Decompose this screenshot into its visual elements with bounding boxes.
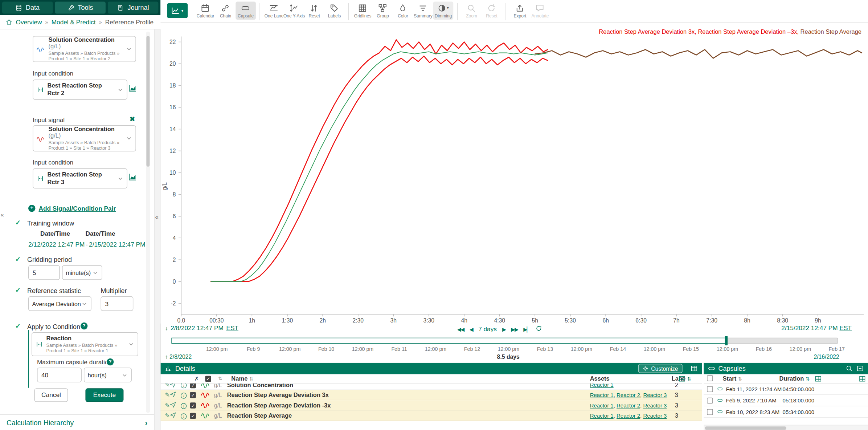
timeline-selected-range[interactable] [171, 338, 726, 344]
toolbar-button[interactable]: Capsule [236, 1, 255, 19]
condition-preview-chart-button[interactable] [128, 173, 137, 183]
select-all-checkbox[interactable] [707, 375, 713, 381]
input-signal-2-select[interactable]: Solution Concentration (g/L) Sample Asse… [33, 125, 136, 151]
clipped-table-row[interactable]: ✎i ✓ g/L Solution Concentration Reactor … [160, 384, 702, 390]
row-checkbox[interactable]: ✓ [190, 413, 196, 419]
asset-link[interactable]: Reactor 1 [590, 384, 614, 388]
timezone-link[interactable]: EST [226, 325, 238, 331]
add-column-icon[interactable] [859, 375, 866, 383]
row-checkbox[interactable]: ✓ [190, 402, 196, 408]
row-checkbox[interactable] [707, 397, 713, 403]
add-column-icon[interactable] [815, 375, 822, 383]
timezone-link[interactable]: EST [839, 325, 852, 331]
remove-all-icon[interactable]: ✗ [194, 376, 205, 381]
customize-button[interactable]: Customize [639, 364, 683, 373]
timeline-track[interactable] [171, 338, 838, 344]
asset-link[interactable]: Reactor 2 [617, 392, 640, 398]
row-checkbox[interactable] [707, 386, 713, 392]
edit-icon[interactable]: ✎ [165, 384, 170, 388]
asset-link[interactable]: Reactor 2 [617, 402, 640, 408]
toolbar-button[interactable]: Reset [304, 1, 324, 19]
info-icon[interactable]: i [181, 384, 187, 388]
info-icon[interactable]: i [181, 403, 187, 409]
add-signal-condition-pair-label[interactable]: Add Signal/Condition Pair [38, 205, 116, 212]
toolbar-button[interactable]: Color [393, 1, 413, 19]
max-duration-unit-select[interactable]: hour(s) [84, 368, 132, 382]
step-forward-icon[interactable]: ▶ [502, 326, 505, 332]
toolbar-button[interactable]: Gridlines [353, 1, 373, 19]
asset-link[interactable]: Reactor 1 [590, 392, 614, 398]
edge-collapse-icon[interactable]: « [0, 211, 4, 218]
step-back-icon[interactable]: ◀ [470, 326, 473, 332]
condition-preview-chart-button[interactable] [128, 84, 137, 95]
row-checkbox[interactable]: ✓ [190, 384, 196, 388]
breadcrumb-overview[interactable]: Overview [16, 19, 42, 25]
calculation-hierarchy-section[interactable]: Calculation Hierarchy › [0, 414, 154, 430]
execute-button[interactable]: Execute [85, 388, 123, 402]
add-signal-condition-pair-link[interactable]: + Add Signal/Condition Pair [28, 205, 116, 212]
input-signal-1-select[interactable]: Solution Concentration (g/L) Sample Asse… [33, 36, 136, 62]
add-column-icon[interactable] [679, 375, 685, 383]
trend-chart[interactable]: -202468101214161820220.000:301h1:302h2:3… [160, 23, 868, 324]
calculation-hierarchy-label[interactable]: Calculation Hierarchy [7, 419, 74, 427]
toolbar-button[interactable]: One Y-Axis [284, 1, 304, 19]
capsule-table-row[interactable]: Feb 9, 2022 7:10 AM 05:18:00.000 [704, 395, 868, 406]
toolbar-button[interactable]: Zoom [462, 1, 482, 19]
info-icon[interactable]: i [181, 413, 187, 419]
toolbar-button[interactable]: Summary [413, 1, 433, 19]
details-table-row[interactable]: ✎i ✓ g/L Reaction Step Average Deviation… [160, 400, 702, 410]
reference-statistic-select[interactable]: Average Deviation [28, 296, 91, 311]
asset-link[interactable]: Reactor 1 [590, 402, 614, 408]
input-condition-1-select[interactable]: Best Reaction Step Rctr 2 [33, 80, 127, 100]
edit-icon[interactable]: ✎ [165, 402, 170, 409]
navigate-icon[interactable] [170, 391, 181, 399]
arrow-down-icon[interactable]: ↓ [165, 325, 168, 331]
arrow-up-icon[interactable]: ↑ [165, 353, 168, 360]
chart-plot[interactable]: -202468101214161820220.000:301h1:302h2:3… [160, 23, 868, 324]
select-all-checkbox[interactable]: ✓ [205, 376, 211, 382]
home-icon[interactable] [5, 19, 12, 25]
navigate-icon[interactable] [170, 401, 181, 409]
toolbar-button[interactable]: One Lane [264, 1, 284, 19]
details-table-row[interactable]: ✎i ✓ g/L Reaction Step Average Deviation… [160, 390, 702, 400]
cancel-button[interactable]: Cancel [34, 388, 68, 402]
capsule-table-row[interactable]: Feb 11, 2022 11:24 AM 04:50:00.000 [704, 384, 868, 395]
max-capsule-duration-input[interactable] [37, 368, 82, 382]
multiplier-input[interactable] [101, 296, 133, 311]
table-icon[interactable] [691, 365, 697, 374]
apply-condition-select[interactable]: Reaction Sample Assets » Batch Products … [32, 332, 138, 356]
sort-icon[interactable]: ⇅ [218, 376, 231, 381]
toolbar-button[interactable]: Export [510, 1, 530, 19]
duration-column-header[interactable]: Duration [779, 375, 804, 382]
edit-icon[interactable]: ✎ [165, 392, 170, 398]
scrollbar-thumb[interactable] [146, 36, 150, 167]
step-back-large-icon[interactable]: ◀◀ [457, 326, 464, 332]
gridding-period-input[interactable] [28, 265, 60, 280]
toolbar-button[interactable]: Calendar [195, 1, 215, 19]
tab-journal[interactable]: Journal [108, 1, 158, 13]
asset-link[interactable]: Reactor 3 [643, 402, 667, 408]
timeline-range-handle[interactable] [725, 336, 728, 345]
search-icon[interactable] [846, 365, 853, 374]
asset-link[interactable]: Reactor 2 [617, 413, 640, 418]
row-checkbox[interactable]: ✓ [190, 392, 196, 398]
panel-collapse-strip[interactable]: « [154, 29, 160, 430]
range-end-link[interactable]: 2/15/2022 12:47 PM [781, 325, 838, 331]
collapse-left-icon[interactable]: « [155, 214, 158, 220]
start-column-header[interactable]: Start [723, 375, 737, 382]
details-table-row[interactable]: ✎i ✓ g/L Reaction Step Average Reactor 1… [160, 411, 702, 421]
panel-scrollbar[interactable] [146, 32, 150, 413]
info-icon[interactable]: i [181, 393, 187, 398]
input-condition-2-select[interactable]: Best Reaction Step Rctr 3 [33, 168, 127, 188]
training-start-link[interactable]: 2/12/2022 12:47 PM [28, 241, 85, 248]
breadcrumb-model-predict[interactable]: Model & Predict [52, 19, 96, 25]
toolbar-button[interactable]: Annotate [530, 1, 550, 19]
gridding-unit-select[interactable]: minute(s) [62, 265, 102, 280]
timeline-end-link[interactable]: 2/16/2022 [814, 353, 839, 360]
toolbar-button[interactable]: Group [373, 1, 393, 19]
sort-asc-icon[interactable]: ⇅ [806, 376, 809, 382]
edit-icon[interactable]: ✎ [165, 412, 170, 419]
navigate-icon[interactable] [170, 412, 181, 419]
view-selector-button[interactable]: ▾ [167, 3, 188, 18]
name-column-header[interactable]: Name [231, 375, 247, 382]
